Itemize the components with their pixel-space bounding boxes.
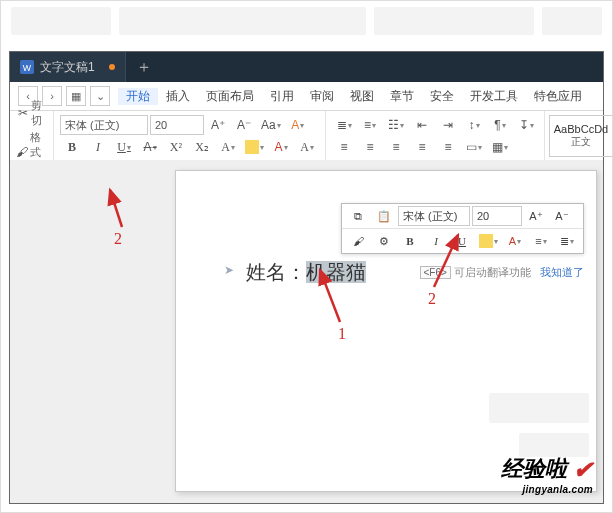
wm-text: 经验啦 [501, 456, 567, 481]
menu-security[interactable]: 安全 [422, 88, 462, 105]
mini-decrease-font-icon[interactable]: A⁻ [550, 206, 574, 226]
menubar: ‹ › ▦ ⌄ 开始 插入 页面布局 引用 审阅 视图 章节 安全 开发工具 特… [10, 82, 603, 111]
hint-text: 可启动翻译功能 [454, 266, 531, 278]
align-justify-icon[interactable]: ≡ [410, 137, 434, 157]
mini-copy-icon[interactable]: ⧉ [346, 206, 370, 226]
bold-button[interactable]: B [60, 137, 84, 157]
showmarks-icon[interactable]: ¶ [488, 115, 512, 135]
mini-align-icon[interactable]: ≡ [529, 231, 553, 251]
align-center-icon[interactable]: ≡ [358, 137, 382, 157]
mini-font-size[interactable]: 20 [472, 206, 522, 226]
mini-italic[interactable]: I [424, 231, 448, 251]
format-painter-icon[interactable]: 🖌 [16, 143, 28, 161]
svg-text:W: W [23, 63, 32, 73]
text-effect-button[interactable]: A [216, 137, 240, 157]
new-tab-button[interactable]: ＋ [126, 57, 162, 78]
mini-font-color[interactable]: A [503, 231, 527, 251]
style-normal-preview: AaBbCcDd [554, 123, 608, 135]
sort-icon[interactable]: ↕ [462, 115, 486, 135]
unsaved-dot-icon [109, 64, 115, 70]
check-icon: ✔ [573, 456, 593, 483]
menu-extra[interactable]: 特色应用 [526, 88, 590, 105]
font-size-value: 20 [155, 119, 167, 131]
app-menu-button[interactable]: ▦ [66, 86, 86, 106]
numbering-icon[interactable]: ≡ [358, 115, 382, 135]
superscript-button[interactable]: X² [164, 137, 188, 157]
annotation-num-2-right: 2 [428, 290, 436, 308]
change-case-icon[interactable]: Aa [258, 115, 284, 135]
mini-underline[interactable]: U [450, 231, 474, 251]
hint-dismiss-link[interactable]: 我知道了 [540, 266, 584, 278]
strike-button[interactable]: A [138, 137, 162, 157]
mini-paste-icon[interactable]: 📋 [372, 206, 396, 226]
style-normal-label: 正文 [571, 135, 591, 149]
paragraph-marker-icon: ➤ [224, 263, 234, 277]
font-color-button[interactable]: A [269, 137, 293, 157]
paragraph-group: ≣ ≡ ☷ ⇤ ⇥ ↕ ¶ ↧ ≡ ≡ ≡ ≡ ≡ ▭ ▦ [326, 111, 545, 161]
cut-icon[interactable]: ✂ [16, 104, 29, 122]
mini-format-painter-icon[interactable]: 🖌 [346, 231, 370, 251]
menu-review[interactable]: 审阅 [302, 88, 342, 105]
font-family-select[interactable]: 宋体 (正文) [60, 115, 148, 135]
workspace: ⧉ 📋 宋体 (正文) 20 A⁺ A⁻ 🖌 ⚙ B I U [10, 160, 603, 503]
clear-format-icon[interactable]: A [286, 115, 310, 135]
mini-font-family-value: 宋体 (正文) [403, 209, 457, 224]
mini-bullets-icon[interactable]: ≣ [555, 231, 579, 251]
mini-font-family[interactable]: 宋体 (正文) [398, 206, 470, 226]
font-family-value: 宋体 (正文) [65, 118, 119, 133]
align-dist-icon[interactable]: ≡ [436, 137, 460, 157]
clipboard-group: ✂剪切 🖌格式刷 [10, 111, 54, 161]
menu-pagelayout[interactable]: 页面布局 [198, 88, 262, 105]
cut-label: 剪切 [31, 98, 47, 128]
mini-increase-font-icon[interactable]: A⁺ [524, 206, 548, 226]
linespacing-icon[interactable]: ↧ [514, 115, 538, 135]
align-left-icon[interactable]: ≡ [332, 137, 356, 157]
shading-icon[interactable]: ▭ [462, 137, 486, 157]
dropdown-button[interactable]: ⌄ [90, 86, 110, 106]
hint-kbd: <F6> [420, 266, 451, 279]
translate-hint: <F6> 可启动翻译功能 我知道了 [420, 265, 584, 280]
mini-font-size-value: 20 [477, 210, 489, 222]
doc-title: 文字文稿1 [40, 59, 95, 76]
char-border-button[interactable]: A [295, 137, 319, 157]
indent-icon[interactable]: ⇥ [436, 115, 460, 135]
font-group: 宋体 (正文) 20 A⁺ A⁻ Aa A B I U A X² X₂ A A [54, 111, 326, 161]
mini-tool-icon[interactable]: ⚙ [372, 231, 396, 251]
align-right-icon[interactable]: ≡ [384, 137, 408, 157]
decrease-font-icon[interactable]: A⁻ [232, 115, 256, 135]
word-icon: W [20, 60, 34, 74]
label-text: 姓名： [246, 261, 306, 283]
ribbon: ✂剪切 🖌格式刷 宋体 (正文) 20 A⁺ A⁻ Aa A B I U A X [10, 111, 603, 162]
wm-url: jingyanla.com [501, 484, 593, 495]
text-line[interactable]: 姓名：机器猫 [246, 259, 366, 286]
mini-highlight[interactable] [476, 231, 501, 251]
underline-button[interactable]: U [112, 137, 136, 157]
increase-font-icon[interactable]: A⁺ [206, 115, 230, 135]
styles-group: AaBbCcDd 正文 AaB 标题 [545, 113, 613, 159]
selected-text: 机器猫 [306, 261, 366, 283]
mini-toolbar: ⧉ 📋 宋体 (正文) 20 A⁺ A⁻ 🖌 ⚙ B I U [341, 203, 584, 254]
menu-insert[interactable]: 插入 [158, 88, 198, 105]
titlebar: W 文字文稿1 ＋ [10, 52, 603, 82]
mini-bold[interactable]: B [398, 231, 422, 251]
outdent-icon[interactable]: ⇤ [410, 115, 434, 135]
doc-tab[interactable]: W 文字文稿1 [10, 52, 126, 82]
menu-section[interactable]: 章节 [382, 88, 422, 105]
style-normal[interactable]: AaBbCcDd 正文 [549, 115, 613, 157]
watermark: 经验啦 ✔ jingyanla.com [501, 454, 593, 495]
menu-reference[interactable]: 引用 [262, 88, 302, 105]
menu-view[interactable]: 视图 [342, 88, 382, 105]
borders-icon[interactable]: ▦ [488, 137, 512, 157]
annotation-num-1: 1 [338, 325, 346, 343]
font-size-select[interactable]: 20 [150, 115, 204, 135]
menu-dev[interactable]: 开发工具 [462, 88, 526, 105]
annotation-num-2-left: 2 [114, 230, 122, 248]
bullets-icon[interactable]: ≣ [332, 115, 356, 135]
italic-button[interactable]: I [86, 137, 110, 157]
subscript-button[interactable]: X₂ [190, 137, 214, 157]
highlight-button[interactable] [242, 137, 267, 157]
multilevel-icon[interactable]: ☷ [384, 115, 408, 135]
menu-start[interactable]: 开始 [118, 88, 158, 105]
